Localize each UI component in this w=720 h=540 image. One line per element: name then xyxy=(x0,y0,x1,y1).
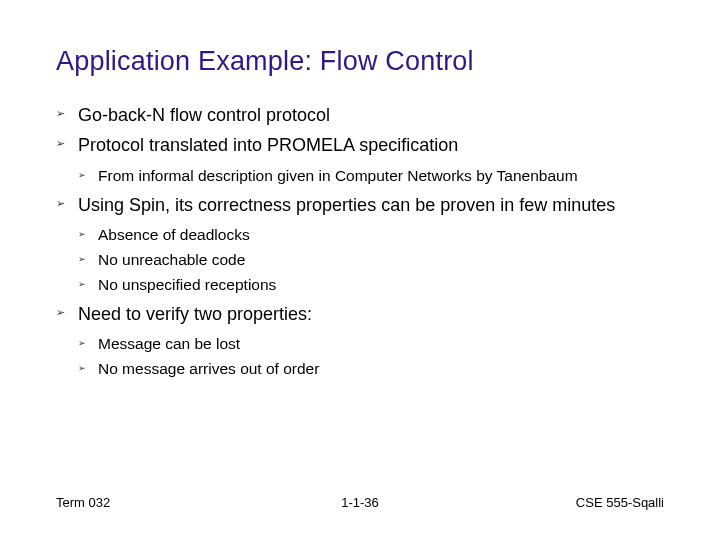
bullet-text: No message arrives out of order xyxy=(98,360,319,377)
bullet-text: Message can be lost xyxy=(98,335,240,352)
list-item: Using Spin, its correctness properties c… xyxy=(56,193,664,296)
slide-title: Application Example: Flow Control xyxy=(56,46,664,77)
list-item: From informal description given in Compu… xyxy=(78,166,664,187)
bullet-text: Need to verify two properties: xyxy=(78,304,312,324)
sub-list: From informal description given in Compu… xyxy=(78,166,664,187)
footer-left: Term 032 xyxy=(56,495,110,510)
footer: Term 032 1-1-36 CSE 555-Sqalli xyxy=(56,495,664,510)
bullet-text: From informal description given in Compu… xyxy=(98,167,578,184)
bullet-text: No unreachable code xyxy=(98,251,245,268)
bullet-text: Absence of deadlocks xyxy=(98,226,250,243)
sub-list: Message can be lost No message arrives o… xyxy=(78,334,664,380)
bullet-list: Go-back-N flow control protocol Protocol… xyxy=(56,103,664,380)
list-item: Protocol translated into PROMELA specifi… xyxy=(56,133,664,186)
bullet-text: Go-back-N flow control protocol xyxy=(78,105,330,125)
list-item: Need to verify two properties: Message c… xyxy=(56,302,664,380)
list-item: Message can be lost xyxy=(78,334,664,355)
bullet-text: Using Spin, its correctness properties c… xyxy=(78,195,615,215)
list-item: No unspecified receptions xyxy=(78,275,664,296)
footer-right: CSE 555-Sqalli xyxy=(576,495,664,510)
bullet-text: Protocol translated into PROMELA specifi… xyxy=(78,135,458,155)
list-item: No message arrives out of order xyxy=(78,359,664,380)
bullet-text: No unspecified receptions xyxy=(98,276,276,293)
list-item: No unreachable code xyxy=(78,250,664,271)
footer-center: 1-1-36 xyxy=(341,495,379,510)
sub-list: Absence of deadlocks No unreachable code… xyxy=(78,225,664,296)
slide: Application Example: Flow Control Go-bac… xyxy=(0,0,720,540)
list-item: Absence of deadlocks xyxy=(78,225,664,246)
list-item: Go-back-N flow control protocol xyxy=(56,103,664,127)
